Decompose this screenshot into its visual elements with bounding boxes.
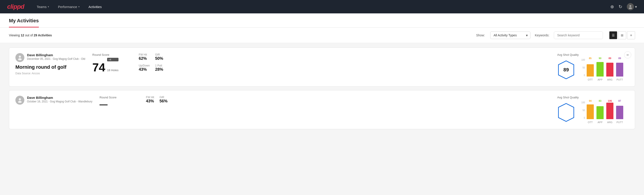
app-bar-2	[596, 106, 604, 119]
user-info-2: Dave Billingham October 16, 2021 · Gog M…	[27, 96, 92, 103]
brand-logo[interactable]: clippd	[7, 3, 24, 10]
y-label-0: 0	[584, 74, 585, 76]
shot-quality-label-2: Avg Shot Quality	[557, 96, 623, 99]
arg-bar	[606, 63, 614, 76]
card-mid-2: Round Score — FW Hit 43% GIR 56%	[100, 96, 550, 110]
avg-shot-quality-section-2: Avg Shot Quality	[557, 96, 623, 124]
hex-value: 89	[564, 67, 569, 73]
user-name: Dave Billingham	[27, 53, 85, 57]
round-score-label: Round Score	[92, 53, 128, 56]
grid-icon: ⊞	[621, 34, 624, 37]
hexagon-container-2	[557, 103, 575, 122]
bar-putt-2: 87 PUTT	[616, 100, 623, 124]
activity-card: ✏ Dave Billingham December 05, 2021 · Go…	[9, 48, 635, 86]
score-number: 74	[92, 62, 105, 73]
card-left: Dave Billingham December 05, 2021 · Gog …	[16, 53, 85, 75]
list-compact-icon: ☰	[612, 34, 615, 37]
navbar: clippd Teams ▾ Performance ▾ Activities …	[0, 0, 644, 14]
user-menu[interactable]: ▾	[627, 3, 637, 10]
card-left-2: Dave Billingham October 16, 2021 · Gog M…	[16, 96, 92, 105]
card-mid: Round Score 74 +4 18 Holes FW Hit 62%	[92, 53, 550, 73]
y-label-100: 100	[581, 59, 585, 61]
teams-chevron-icon: ▾	[48, 5, 49, 8]
activity-type-select[interactable]: All Activity Types	[490, 32, 530, 39]
gir-stat-2: GIR 56%	[160, 96, 168, 110]
avg-shot-quality-section: Avg Shot Quality 89	[557, 53, 623, 81]
holes-text: 18 Holes	[107, 68, 118, 72]
round-score-label-2: Round Score	[100, 96, 135, 99]
nav-activities[interactable]: Activities	[88, 4, 102, 10]
fw-hit-stat: FW Hit 62%	[139, 53, 150, 62]
user-info: Dave Billingham December 05, 2021 · Gog …	[27, 53, 85, 60]
bar-ott: 85 OTT	[587, 57, 594, 81]
add-icon[interactable]: ⊕	[610, 4, 614, 9]
keywords-label: Keywords:	[535, 34, 550, 37]
user-name-2: Dave Billingham	[27, 96, 92, 100]
activity-type-select-wrapper: All Activity Types	[490, 32, 530, 39]
score-badge: +4	[107, 58, 118, 61]
bars-container-2: 94 OTT 83	[587, 106, 623, 124]
list-full-icon: ≡	[630, 34, 632, 37]
score-display: 74 +4 18 Holes	[92, 58, 128, 73]
svg-marker-7	[558, 104, 574, 121]
mini-stats: FW Hit 62% GIR 50% Up/Down 43% 1 Putt 28…	[139, 53, 166, 73]
ott-bar-2	[587, 104, 594, 119]
avatar	[16, 53, 24, 62]
page-header: My Activities	[0, 14, 644, 28]
y-label-50-2: 50	[583, 109, 585, 112]
hexagon: 89	[557, 60, 575, 80]
hexagon-2	[557, 103, 575, 122]
list-full-view-button[interactable]: ≡	[627, 31, 635, 39]
show-label: Show:	[476, 34, 485, 37]
bar-ott-2: 94 OTT	[587, 100, 594, 124]
svg-point-2	[19, 56, 21, 58]
svg-point-0	[630, 5, 631, 7]
bar-chart-area-2: 100 50 0 94	[580, 101, 623, 124]
score-number-2: —	[100, 100, 108, 110]
bar-app-2: 83 APP	[596, 100, 604, 124]
hexagon-container: 89	[557, 60, 575, 80]
ott-bar	[587, 64, 594, 76]
nav-right: ⊕ ↻ ▾	[610, 3, 637, 10]
updown-stat: Up/Down 43%	[139, 64, 150, 73]
putt-bar-2	[616, 106, 623, 119]
card-body-2: Dave Billingham October 16, 2021 · Gog M…	[16, 96, 628, 124]
bar-arg: 89 ARG	[606, 57, 614, 81]
putt-bar	[616, 63, 623, 76]
gir-stat: GIR 50%	[155, 53, 166, 62]
score-display-2: —	[100, 100, 135, 110]
y-label-0-2: 0	[584, 117, 585, 119]
view-toggle: ☰ ⊞ ≡	[609, 31, 635, 39]
svg-point-3	[18, 58, 22, 60]
viewing-text: Viewing 12 out of 29 Activities	[9, 34, 472, 37]
bar-putt: 89 PUTT	[616, 57, 623, 81]
svg-point-1	[629, 7, 632, 9]
list-compact-view-button[interactable]: ☰	[609, 31, 617, 39]
arg-bar-2	[606, 103, 614, 119]
svg-point-6	[18, 101, 22, 103]
avatar	[627, 3, 634, 10]
nav-performance[interactable]: Performance ▾	[58, 4, 80, 10]
grid-view-button[interactable]: ⊞	[618, 31, 626, 39]
round-score-section: Round Score 74 +4 18 Holes	[92, 53, 128, 73]
y-label-50: 50	[583, 66, 585, 69]
refresh-icon[interactable]: ↻	[618, 4, 622, 9]
page-title: My Activities	[9, 14, 39, 28]
svg-point-5	[19, 98, 21, 100]
user-menu-chevron-icon: ▾	[635, 5, 637, 9]
search-input[interactable]	[554, 32, 603, 39]
nav-teams[interactable]: Teams ▾	[36, 4, 49, 10]
user-meta-2: October 16, 2021 · Gog Magog Golf Club -…	[27, 100, 92, 103]
bars-container: 85 OTT 90	[587, 63, 623, 81]
filter-bar: Viewing 12 out of 29 Activities Show: Al…	[0, 28, 644, 43]
card-right-2: Avg Shot Quality	[557, 96, 628, 124]
card-body: Dave Billingham December 05, 2021 · Gog …	[16, 53, 628, 81]
bar-app: 90 APP	[596, 57, 604, 81]
activity-card-2: Dave Billingham October 16, 2021 · Gog M…	[9, 90, 635, 129]
pencil-icon: ✏	[626, 53, 629, 57]
avatar-2	[16, 96, 24, 105]
one-putt-stat: 1 Putt 28%	[155, 64, 166, 73]
edit-button[interactable]: ✏	[624, 51, 631, 58]
mini-stats-2: FW Hit 43% GIR 56%	[146, 96, 168, 110]
bar-chart-area: 100 50 0 85	[580, 59, 623, 81]
